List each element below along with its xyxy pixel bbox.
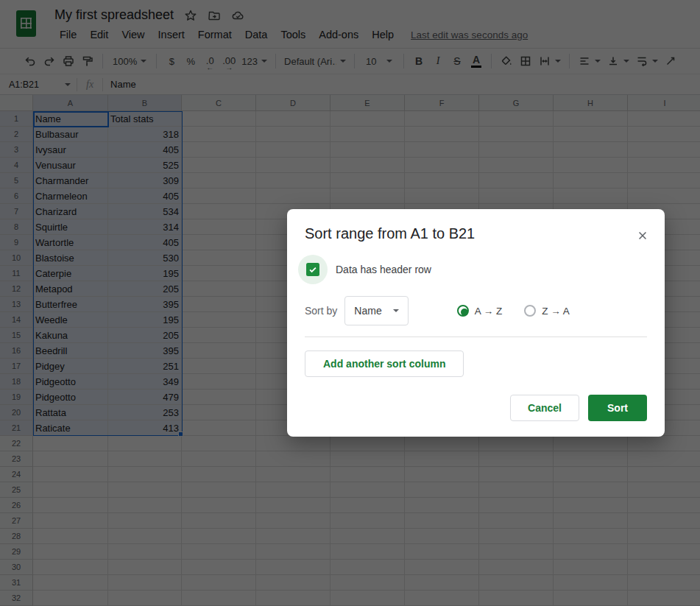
close-icon	[637, 230, 648, 242]
sort-button[interactable]: Sort	[588, 395, 647, 421]
dropdown-arrow-icon	[393, 309, 399, 312]
sort-descending-option[interactable]: Z → A	[524, 305, 570, 317]
header-row-checkbox[interactable]	[306, 263, 319, 276]
sort-by-label: Sort by	[305, 305, 337, 317]
add-sort-column-button[interactable]: Add another sort column	[305, 350, 464, 377]
checkbox-label[interactable]: Data has header row	[336, 264, 431, 275]
radio-unselected-icon	[524, 305, 536, 317]
cancel-button[interactable]: Cancel	[510, 395, 579, 421]
close-button[interactable]	[634, 227, 651, 247]
sort-by-value: Name	[354, 305, 381, 317]
dialog-title: Sort range from A1 to B21	[305, 225, 475, 242]
dialog-divider	[305, 337, 647, 337]
sort-range-dialog: Sort range from A1 to B21 Data has heade…	[287, 209, 665, 437]
checkbox-halo	[298, 255, 328, 284]
sort-direction-group: A → Z Z → A	[457, 305, 570, 317]
radio-selected-icon	[457, 305, 469, 317]
sort-by-dropdown[interactable]: Name	[344, 296, 408, 325]
descending-label: Z → A	[542, 306, 570, 317]
check-icon	[308, 264, 318, 275]
ascending-label: A → Z	[475, 306, 503, 317]
sort-ascending-option[interactable]: A → Z	[457, 305, 503, 317]
